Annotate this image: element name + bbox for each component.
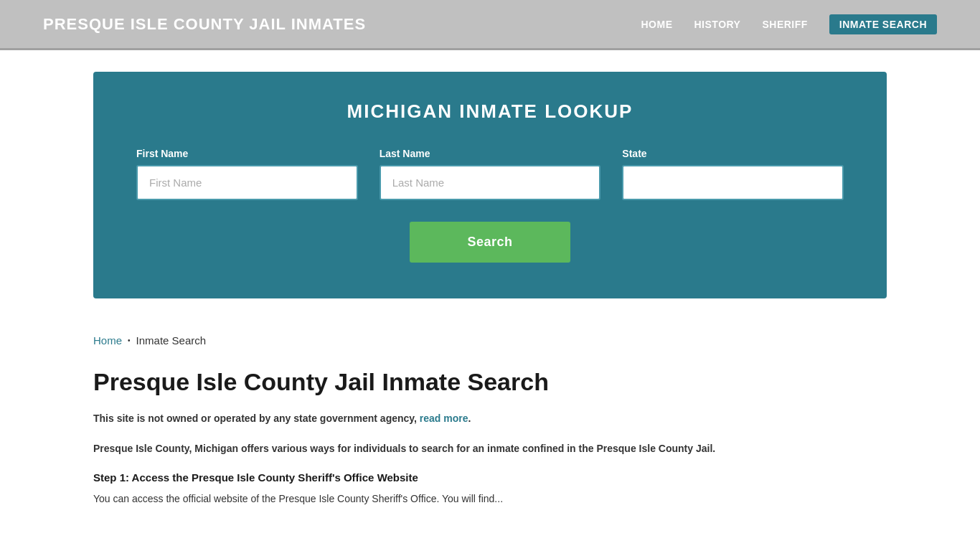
first-name-group: First Name xyxy=(136,148,358,200)
nav-sheriff[interactable]: SHERIFF xyxy=(762,19,807,30)
disclaimer-prefix: This site is not owned or operated by an… xyxy=(93,413,417,424)
breadcrumb-home-link[interactable]: Home xyxy=(93,334,122,347)
breadcrumb: Home • Inmate Search xyxy=(0,320,980,354)
last-name-label: Last Name xyxy=(380,148,601,159)
first-name-input[interactable] xyxy=(136,165,358,200)
description-text: Presque Isle County, Michigan offers var… xyxy=(93,441,887,456)
breadcrumb-current: Inmate Search xyxy=(136,334,207,347)
step1-text: You can access the official website of t… xyxy=(93,491,887,507)
disclaimer-text: This site is not owned or operated by an… xyxy=(93,410,887,426)
state-input[interactable]: Michigan xyxy=(622,165,844,200)
disclaimer-end: . xyxy=(468,413,471,424)
last-name-group: Last Name xyxy=(380,148,601,200)
form-row: First Name Last Name State Michigan xyxy=(136,148,844,200)
lookup-title: MICHIGAN INMATE LOOKUP xyxy=(136,100,844,123)
page-title: Presque Isle County Jail Inmate Search xyxy=(93,368,887,396)
read-more-link[interactable]: read more xyxy=(420,413,468,424)
last-name-input[interactable] xyxy=(380,165,601,200)
main-content: Presque Isle County Jail Inmate Search T… xyxy=(0,354,980,535)
breadcrumb-separator: • xyxy=(128,336,131,344)
main-nav: HOME HISTORY SHERIFF INMATE SEARCH xyxy=(641,14,938,34)
site-header: PRESQUE ISLE COUNTY JAIL INMATES HOME HI… xyxy=(0,0,980,50)
lookup-section: MICHIGAN INMATE LOOKUP First Name Last N… xyxy=(93,72,887,298)
search-button[interactable]: Search xyxy=(410,222,570,263)
step1-title: Step 1: Access the Presque Isle County S… xyxy=(93,471,887,484)
site-title: PRESQUE ISLE COUNTY JAIL INMATES xyxy=(43,15,366,34)
state-group: State Michigan xyxy=(622,148,844,200)
nav-history[interactable]: HISTORY xyxy=(694,19,741,30)
nav-home[interactable]: HOME xyxy=(641,19,673,30)
first-name-label: First Name xyxy=(136,148,358,159)
nav-inmate-search[interactable]: INMATE SEARCH xyxy=(829,14,937,34)
search-btn-row: Search xyxy=(136,222,844,263)
state-label: State xyxy=(622,148,844,159)
